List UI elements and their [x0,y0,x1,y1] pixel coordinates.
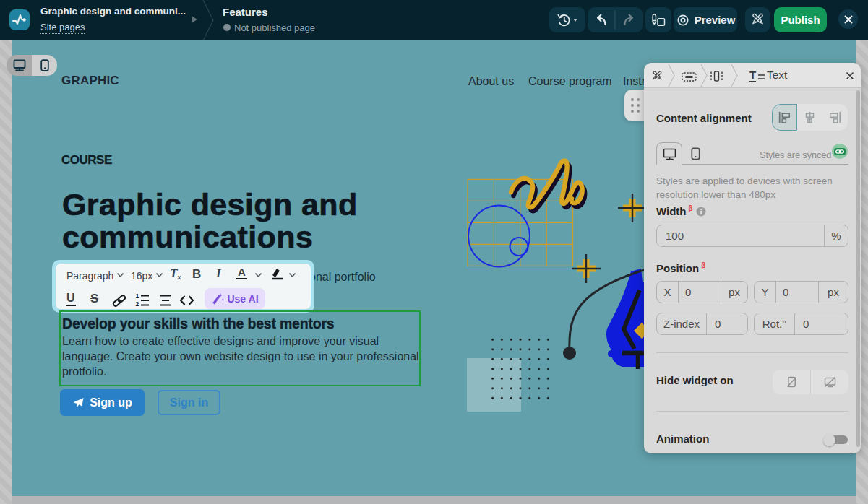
svg-text:2: 2 [136,300,139,308]
svg-text:1: 1 [136,294,139,300]
